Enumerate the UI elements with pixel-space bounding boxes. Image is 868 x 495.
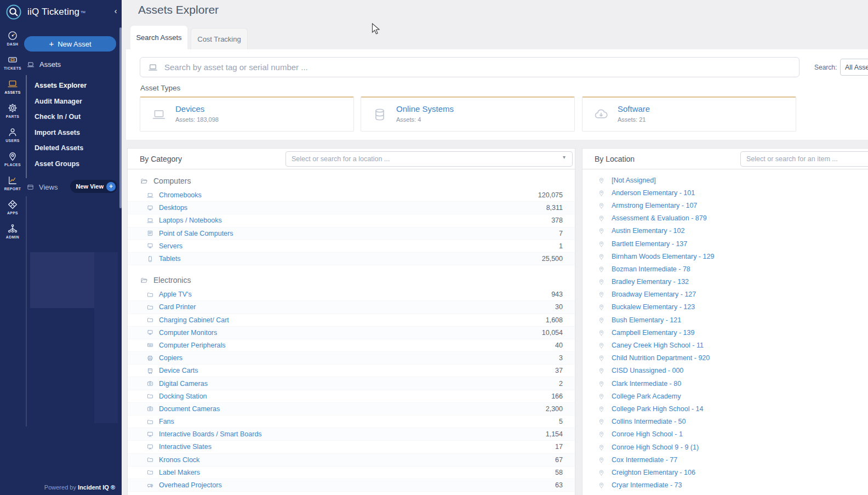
category-link[interactable]: Charging Cabinet/ Cart <box>159 316 541 324</box>
category-link[interactable]: Digital Cameras <box>159 380 554 388</box>
sidebar-item-asset-groups[interactable]: Asset Groups <box>35 156 117 172</box>
location-row-clark-intermediate-80[interactable]: Clark Intermediate - 80 <box>583 377 868 390</box>
location-link[interactable]: Clark Intermediate - 80 <box>612 380 681 388</box>
location-link[interactable]: Campbell Elementary - 139 <box>612 329 694 337</box>
search-scope-dropdown[interactable]: All Assets <box>840 59 868 76</box>
category-row-desktops[interactable]: Desktops8,311 <box>128 202 575 214</box>
location-row-anderson-elementary-101[interactable]: Anderson Elementary - 101 <box>583 186 868 199</box>
category-row-computer-peripherals[interactable]: Computer Peripherals40 <box>128 339 575 352</box>
location-row-creighton-elementary-106[interactable]: Creighton Elementary - 106 <box>583 466 868 479</box>
rail-item-report[interactable]: REPORT <box>0 173 25 192</box>
location-link[interactable]: Child Nutrition Department - 920 <box>612 354 710 362</box>
category-row-device-carts[interactable]: Device Carts37 <box>128 365 575 377</box>
sidebar-collapse-icon[interactable]: ‹ <box>112 7 119 16</box>
sidebar-item-deleted-assets[interactable]: Deleted Assets <box>35 140 117 156</box>
location-row-collins-intermediate-50[interactable]: Collins Intermediate - 50 <box>583 416 868 428</box>
location-row-bozman-intermediate-78[interactable]: Bozman Intermediate - 78 <box>583 263 868 275</box>
location-link[interactable]: CISD Unassigned - 000 <box>612 367 683 374</box>
asset-search-input[interactable] <box>164 62 792 72</box>
category-link[interactable]: Device Carts <box>159 367 550 374</box>
location-row-bush-elementary-121[interactable]: Bush Elementary - 121 <box>583 314 868 326</box>
category-link[interactable]: Docking Station <box>159 392 546 400</box>
asset-type-card-software[interactable]: Software Assets: 21 <box>582 96 796 132</box>
rail-item-apps[interactable]: APPS <box>0 197 25 217</box>
location-row-conroe-high-school-9-9-1[interactable]: Conroe High School 9 - 9 (1) <box>583 441 868 453</box>
location-link[interactable]: Conroe High School 9 - 9 (1) <box>612 443 699 451</box>
category-link[interactable]: Computer Monitors <box>159 329 537 337</box>
category-row-docking-station[interactable]: Docking Station166 <box>128 390 575 403</box>
location-row-austin-elementary-102[interactable]: Austin Elementary - 102 <box>583 225 868 237</box>
sidebar-item-audit-manager[interactable]: Audit Manager <box>35 94 117 110</box>
category-link[interactable]: Interactive Boards / Smart Boards <box>159 430 541 438</box>
card-title[interactable]: Online Systems <box>396 104 454 113</box>
location-row-buckalew-elementary-123[interactable]: Buckalew Elementary - 123 <box>583 301 868 314</box>
location-row-armstrong-elementary-107[interactable]: Armstrong Elementary - 107 <box>583 199 868 212</box>
category-row-tablets[interactable]: Tablets25,500 <box>128 253 575 265</box>
tab-cost-tracking[interactable]: Cost Tracking <box>191 28 248 49</box>
category-link[interactable]: Interactive Slates <box>159 443 550 451</box>
category-row-apple-tv-s[interactable]: Apple TV's943 <box>128 288 575 301</box>
category-row-document-cameras[interactable]: Document Cameras2,300 <box>128 403 575 416</box>
rail-item-dash[interactable]: DASH <box>0 29 25 48</box>
location-row-cisd-unassigned-000[interactable]: CISD Unassigned - 000 <box>583 365 868 377</box>
category-link[interactable]: Desktops <box>159 204 541 212</box>
card-title[interactable]: Software <box>618 104 650 113</box>
category-link[interactable]: Apple TV's <box>159 291 546 298</box>
category-row-fans[interactable]: Fans5 <box>128 416 575 428</box>
category-link[interactable]: Computer Peripherals <box>159 342 550 349</box>
location-row-broadway-elementary-127[interactable]: Broadway Elementary - 127 <box>583 288 868 301</box>
category-row-interactive-boards-smart-boards[interactable]: Interactive Boards / Smart Boards1,154 <box>128 428 575 441</box>
category-link[interactable]: Tablets <box>159 255 537 263</box>
asset-type-card-devices[interactable]: Devices Assets: 183,098 <box>140 96 354 132</box>
category-row-point-of-sale-computers[interactable]: Point of Sale Computers7 <box>128 227 575 240</box>
location-row-conroe-high-school-1[interactable]: Conroe High School - 1 <box>583 428 868 441</box>
sidebar-item-assets-explorer[interactable]: Assets Explorer <box>35 78 117 94</box>
category-link[interactable]: Copiers <box>159 354 554 362</box>
location-link[interactable]: Austin Elementary - 102 <box>612 227 684 235</box>
location-link[interactable]: Collins Intermediate - 50 <box>612 418 686 425</box>
sidebar-scrollbar[interactable] <box>119 27 122 208</box>
location-link[interactable]: Birnham Woods Elementary - 129 <box>612 253 714 260</box>
category-link[interactable]: Document Cameras <box>159 405 541 413</box>
location-link[interactable]: Bartlett Elementary - 137 <box>612 240 687 248</box>
category-link[interactable]: Overhead Projectors <box>159 481 550 489</box>
category-row-computer-monitors[interactable]: Computer Monitors10,054 <box>128 327 575 339</box>
location-row-college-park-academy[interactable]: College Park Academy <box>583 390 868 402</box>
location-row-college-park-high-school-14[interactable]: College Park High School - 14 <box>583 402 868 415</box>
location-row-child-nutrition-department-920[interactable]: Child Nutrition Department - 920 <box>583 352 868 365</box>
location-link[interactable]: College Park Academy <box>612 392 681 400</box>
location-link[interactable]: Assessment & Evaluation - 879 <box>612 214 707 222</box>
location-link[interactable]: [Not Assigned] <box>612 177 656 184</box>
location-row-bradley-elementary-132[interactable]: Bradley Elementary - 132 <box>583 276 868 288</box>
category-row-interactive-slates[interactable]: Interactive Slates17 <box>128 441 575 453</box>
location-link[interactable]: Caney Creek High School - 11 <box>612 342 704 349</box>
category-row-label-makers[interactable]: Label Makers58 <box>128 466 575 479</box>
sidebar-item-import-assets[interactable]: Import Assets <box>35 125 117 141</box>
category-row-charging-cabinet-cart[interactable]: Charging Cabinet/ Cart1,608 <box>128 314 575 327</box>
rail-item-parts[interactable]: PARTS <box>0 101 25 120</box>
location-row-not-assigned[interactable]: [Not Assigned] <box>583 174 868 186</box>
location-link[interactable]: College Park High School - 14 <box>612 405 703 413</box>
category-link[interactable]: Servers <box>159 242 554 250</box>
location-link[interactable]: Broadway Elementary - 127 <box>612 291 696 298</box>
category-location-filter[interactable] <box>285 151 573 167</box>
category-row-servers[interactable]: Servers1 <box>128 240 575 253</box>
location-link[interactable]: Cryar Intermediate - 73 <box>612 481 682 489</box>
rail-item-admin[interactable]: ADMIN <box>0 221 25 241</box>
category-row-overhead-projectors[interactable]: Overhead Projectors63 <box>128 479 575 492</box>
category-row-chromebooks[interactable]: Chromebooks120,075 <box>128 189 575 202</box>
sidebar-item-check-in-out[interactable]: Check In / Out <box>35 109 117 125</box>
category-link[interactable]: Fans <box>159 418 554 425</box>
location-link[interactable]: Conroe High School - 1 <box>612 430 683 438</box>
location-row-caney-creek-high-school-11[interactable]: Caney Creek High School - 11 <box>583 339 868 351</box>
location-link[interactable]: Creighton Elementary - 106 <box>612 469 695 476</box>
location-row-cryar-intermediate-73[interactable]: Cryar Intermediate - 73 <box>583 479 868 492</box>
category-row-card-printer[interactable]: Card Printer30 <box>128 301 575 314</box>
category-row-projectors[interactable]: Projectors2,302 <box>128 492 575 495</box>
rail-item-tickets[interactable]: TICKETS <box>0 53 25 72</box>
location-link[interactable]: Armstrong Elementary - 107 <box>612 202 697 209</box>
rail-item-places[interactable]: PLACES <box>0 149 25 168</box>
category-link[interactable]: Laptops / Notebooks <box>159 217 546 224</box>
location-link[interactable]: Bush Elementary - 121 <box>612 316 681 324</box>
location-link[interactable]: Bozman Intermediate - 78 <box>612 265 690 273</box>
